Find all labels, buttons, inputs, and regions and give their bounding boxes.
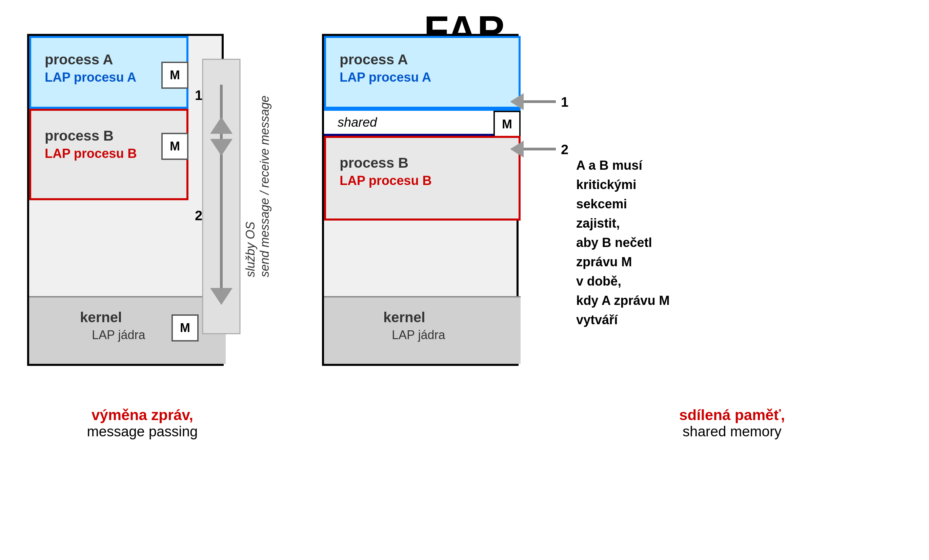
m-box-pa-left: M (161, 62, 189, 89)
shared-label: shared (337, 115, 377, 130)
note-line2: kritickými (576, 177, 636, 192)
caption-right-black: shared memory (617, 424, 847, 440)
caption-left-red: výměna zpráv, (27, 407, 258, 424)
lap-kernel-label-right: LAP jádra (392, 328, 445, 342)
process-b-box-right: process B LAP procesu B (324, 136, 521, 220)
note-line1: A a B musí (576, 158, 642, 173)
note-line8: kdy A zprávu M (576, 294, 670, 308)
lap-kernel-label-left: LAP jádra (92, 328, 145, 342)
kernel-label-left: kernel (80, 309, 122, 326)
caption-left: výměna zpráv, message passing (27, 407, 258, 440)
note-line3: sekcemi (576, 197, 627, 211)
process-b-label-left: process B (45, 128, 113, 144)
page-container: FAP process A LAP procesu A M process B … (0, 0, 929, 560)
kernel-box-right: kernel LAP jádra (324, 296, 521, 364)
os-sublabel-text: send message / receive message (258, 96, 271, 277)
m-box-pb-left: M (161, 133, 189, 160)
os-label-container: služby OS send message / receive message (237, 34, 278, 339)
process-b-label-right: process B (340, 155, 408, 171)
note-line4: zajistit, (576, 216, 620, 230)
m-box-kernel-left: M (172, 314, 199, 341)
lap-b-label-left: LAP procesu B (45, 146, 137, 161)
kernel-box-left: kernel LAP jádra M (29, 296, 226, 364)
right-diagram: process A LAP procesu A shared M process… (322, 34, 552, 366)
lap-a-label-left: LAP procesu A (45, 70, 136, 85)
left-main-box: process A LAP procesu A M process B LAP … (27, 34, 224, 366)
process-a-box-left: process A LAP procesu A M (29, 36, 189, 109)
note-line7: v době, (576, 274, 621, 288)
left-diagram: process A LAP procesu A M process B LAP … (27, 34, 258, 366)
right-note: A a B musí kritickými sekcemi zajistit, … (576, 156, 685, 330)
os-label: služby OS send message / receive message (243, 96, 272, 277)
lap-a-label-right: LAP procesu A (340, 70, 431, 85)
caption-right: sdílená paměť, shared memory (617, 407, 847, 440)
m-box-shared: M (494, 111, 521, 138)
note-line6: zprávu M (576, 255, 632, 269)
process-a-label-left: process A (45, 52, 113, 68)
right-main-box: process A LAP procesu A shared M process… (322, 34, 518, 366)
kernel-label-right: kernel (383, 309, 425, 326)
process-a-box-right: process A LAP procesu A (324, 36, 521, 109)
note-line9: vytváří (576, 313, 618, 327)
diagrams-row: process A LAP procesu A M process B LAP … (27, 34, 908, 366)
note-line5: aby B nečetl (576, 236, 652, 250)
lap-b-label-right: LAP procesu B (340, 173, 432, 188)
shared-bar: shared M (324, 109, 521, 136)
caption-left-black: message passing (27, 424, 258, 440)
os-label-text: služby OS (243, 222, 257, 277)
process-a-label-right: process A (340, 52, 408, 68)
caption-right-red: sdílená paměť, (617, 407, 847, 424)
process-b-box-left: process B LAP procesu B M (29, 109, 189, 200)
